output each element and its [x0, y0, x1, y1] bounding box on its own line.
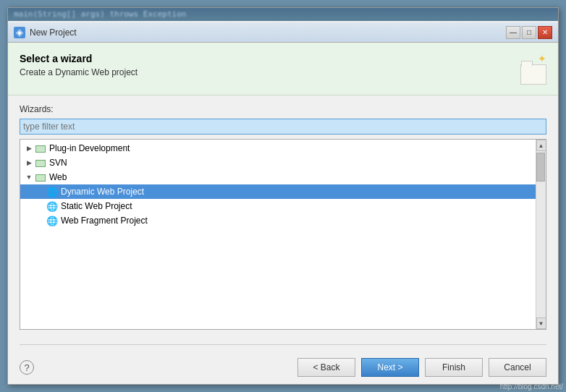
tree-item-web[interactable]: ▼ Web	[20, 170, 536, 184]
tree-item-label-svn: SVN	[49, 158, 67, 168]
window-controls: — □ ✕	[506, 26, 552, 39]
back-button[interactable]: < Back	[297, 358, 355, 377]
tree-item-dynamic-web[interactable]: 🌐 Dynamic Web Project	[20, 184, 536, 199]
header-section: Select a wizard Create a Dynamic Web pro…	[8, 43, 558, 95]
finish-button[interactable]: Finish	[425, 358, 483, 377]
watermark: http://blog.csdn.net/	[500, 383, 563, 391]
wizard-tree: ▶ Plug-in Development ▶ SVN ▼	[20, 139, 546, 330]
background-code-text: main(String[] args) throws Exception	[8, 8, 192, 20]
tree-scrollbar[interactable]: ▲ ▼	[536, 140, 546, 329]
window-icon: ◈	[14, 27, 25, 38]
main-content: Wizards: type filter text ▶ Plug-in Deve…	[8, 95, 558, 338]
header-subtitle: Create a Dynamic Web project	[20, 67, 515, 77]
new-project-window: main(String[] args) throws Exception ◈ N…	[7, 7, 559, 385]
tree-item-label-dynamic-web: Dynamic Web Project	[61, 187, 144, 197]
tree-item-svn[interactable]: ▶ SVN	[20, 155, 536, 170]
web-fragment-icon: 🌐	[46, 215, 58, 226]
tree-item-label-web-fragment: Web Fragment Project	[61, 216, 148, 226]
title-bar: ◈ New Project — □ ✕	[8, 22, 558, 43]
scroll-track[interactable]	[536, 151, 546, 318]
expand-arrow-plugin-dev: ▶	[23, 142, 35, 154]
plugin-folder-icon	[35, 142, 46, 154]
header-text: Select a wizard Create a Dynamic Web pro…	[20, 53, 515, 77]
folder-icon	[520, 64, 546, 85]
background-code-header: main(String[] args) throws Exception	[8, 8, 558, 21]
scroll-up-arrow[interactable]: ▲	[536, 140, 546, 151]
wizards-label: Wizards:	[20, 104, 546, 114]
footer-separator	[20, 344, 546, 345]
tree-item-plugin-dev[interactable]: ▶ Plug-in Development	[20, 141, 536, 155]
star-icon: ✦	[538, 53, 546, 64]
close-button[interactable]: ✕	[538, 26, 552, 39]
expand-arrow-svn: ▶	[23, 157, 35, 169]
footer: ? < Back Next > Finish Cancel	[8, 351, 558, 384]
cancel-button[interactable]: Cancel	[489, 358, 546, 377]
help-button[interactable]: ?	[20, 360, 34, 375]
dynamic-web-icon: 🌐	[46, 186, 58, 197]
scroll-down-arrow[interactable]: ▼	[536, 318, 546, 329]
tree-list[interactable]: ▶ Plug-in Development ▶ SVN ▼	[20, 140, 536, 329]
static-web-icon: 🌐	[46, 200, 58, 212]
svn-folder-icon	[35, 157, 46, 169]
tree-item-web-fragment[interactable]: 🌐 Web Fragment Project	[20, 213, 536, 228]
window-title: New Project	[30, 27, 506, 38]
filter-input[interactable]: type filter text	[20, 119, 546, 135]
maximize-button[interactable]: □	[522, 26, 536, 39]
scroll-thumb[interactable]	[536, 153, 545, 182]
next-button[interactable]: Next >	[361, 358, 419, 377]
header-wizard-icon: ✦	[515, 53, 546, 85]
expand-arrow-web: ▼	[23, 171, 35, 183]
tree-item-label-web: Web	[49, 172, 67, 182]
minimize-button[interactable]: —	[506, 26, 520, 39]
tree-item-label-plugin-dev: Plug-in Development	[49, 143, 130, 153]
tree-item-static-web[interactable]: 🌐 Static Web Project	[20, 199, 536, 213]
header-title: Select a wizard	[20, 53, 515, 64]
web-folder-icon	[35, 171, 46, 183]
tree-item-label-static-web: Static Web Project	[61, 201, 132, 211]
